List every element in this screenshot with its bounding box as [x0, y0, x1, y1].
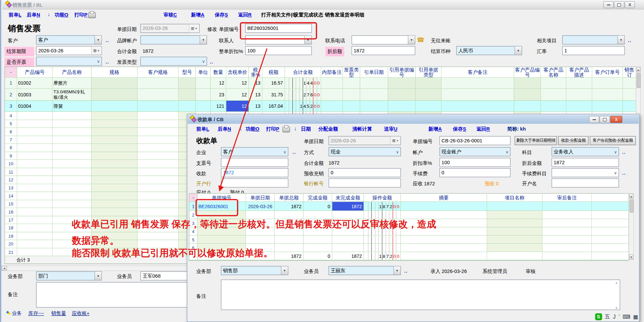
customer-prereceive-allocate-button[interactable]: 客户当前预收-分配金额 — [590, 136, 636, 145]
printer-icon[interactable] — [282, 127, 290, 132]
receipt-doc-date-input[interactable]: 2026-03-26▦▼ — [329, 136, 401, 145]
memo-scroll-up-icon[interactable]: ∧ — [615, 281, 618, 285]
digit-cell — [371, 244, 375, 251]
toolbar-item[interactable]: 打印P — [266, 126, 279, 133]
toolbar-item[interactable]: 分配金额 — [318, 126, 338, 133]
grid-cell: 1872 — [332, 202, 364, 211]
toolbar-item[interactable]: 日期 — [301, 126, 311, 133]
receipt-dept-select[interactable]: 销售部▼ — [221, 266, 288, 275]
fee-subject-select[interactable]: ∨ — [551, 168, 619, 177]
method-select[interactable]: 现金∨ — [329, 147, 401, 156]
grid-cell — [592, 202, 629, 211]
digit-cell — [365, 236, 368, 243]
receipt-note-textarea[interactable] — [221, 280, 620, 310]
grid-cell — [332, 236, 364, 244]
memo-scroll-down-icon[interactable]: ∨ — [615, 306, 618, 310]
grid-cell — [592, 244, 629, 252]
receipt-doc-no-input[interactable]: CB-26-03-26-0001 — [439, 136, 511, 145]
digit-cell — [396, 211, 400, 219]
scroll-up-icon[interactable]: ▲ — [629, 194, 633, 199]
receipt-allocate-button[interactable]: 收款-分配金额 — [558, 136, 589, 145]
tray-icon[interactable]: ’ — [619, 314, 620, 320]
tray-icon[interactable]: J — [613, 314, 616, 320]
check-no-input[interactable] — [221, 158, 288, 167]
chevron-down-icon[interactable]: ▼ — [393, 266, 400, 274]
company-label: 企业 — [196, 149, 206, 156]
after-discount-amt-input[interactable]: 1872 — [551, 158, 619, 167]
account-name-input[interactable] — [551, 178, 619, 187]
bank-account-input[interactable] — [329, 178, 401, 187]
tray-icon[interactable]: 五 — [605, 313, 610, 320]
account-label: 帐户 — [413, 149, 423, 156]
chevron-down-icon[interactable]: ∨ — [504, 149, 510, 154]
grid-cell — [592, 236, 629, 244]
tray-icon[interactable]: ⌨ — [623, 314, 630, 320]
entry-user: 系统管理员 — [483, 268, 507, 275]
calendar-icon[interactable]: ▦▼ — [390, 137, 400, 145]
alias-label: 简称: kh — [507, 126, 526, 133]
table-row[interactable]: 5 — [189, 236, 628, 244]
fee-input[interactable]: 0 — [439, 168, 511, 177]
table-row[interactable]: 1BE2603260012026-03-26187201872187200 — [189, 202, 628, 211]
chevron-down-icon[interactable]: ∨ — [282, 149, 288, 154]
advance-input[interactable]: 0 — [329, 168, 401, 177]
company-select[interactable]: 客户∨ — [221, 147, 288, 156]
bank-branch-label: 开户行 — [196, 181, 211, 188]
chevron-down-icon[interactable]: ∨ — [394, 149, 400, 154]
sogou-icon[interactable]: S — [595, 313, 602, 320]
toolbar-item[interactable]: 功能O — [246, 126, 259, 133]
receipt-amount-input[interactable]: 1872 — [221, 168, 288, 177]
annotation-box-ref-doc — [196, 199, 238, 216]
audit-label: 审核 — [526, 268, 535, 275]
amount-digit-grid — [365, 236, 399, 243]
bank-branch-input[interactable] — [221, 178, 288, 187]
annotation-line-3: 能否限制 收款单已引用就不可以修改原始单据。 — [72, 247, 273, 260]
toolbar-item[interactable]: 前单L — [196, 126, 209, 133]
grid-header-cell: 摘要 — [401, 194, 487, 202]
grid-cell — [543, 244, 592, 252]
toolbar-item[interactable]: 送审U — [384, 126, 397, 133]
vscroll-thumb[interactable] — [630, 199, 634, 213]
digit-cell — [371, 202, 375, 211]
receipt-grid-vscrollbar[interactable]: ▲ ▼ — [629, 193, 634, 260]
input-method-tray: S五J’⌨▦ — [595, 313, 638, 320]
discount-rate-input[interactable]: 100 — [439, 158, 511, 167]
grid-header-cell: 完成金额 — [304, 194, 332, 202]
chevron-down-icon[interactable]: ∨ — [612, 149, 619, 154]
receipt-salesman-select[interactable]: 王丽东▼ — [329, 266, 401, 275]
annotation-line-1: 收款单已引用 销售发票 保存，等待进一步核对。但是销售发票还可以反审核修改，造成 — [72, 218, 436, 231]
subject-label: 科目 — [522, 149, 532, 156]
scroll-down-icon[interactable]: ▼ — [629, 255, 633, 260]
toolbar-item[interactable]: 返回R — [476, 126, 490, 133]
bank-account-label: 银行帐号 — [304, 181, 324, 188]
fee-subject-lookup-button[interactable]: .. — [622, 170, 626, 176]
digit-cell: 7 — [385, 202, 389, 211]
annotation-box-doc-no — [240, 22, 317, 39]
func-down-icon[interactable]: ↓ — [239, 125, 242, 131]
toolbar-item[interactable]: 新增A — [428, 126, 442, 133]
chevron-down-icon[interactable]: ▼ — [281, 266, 288, 274]
grid-cell: 1872 — [332, 252, 364, 260]
toolbar-item[interactable]: 后单N — [218, 126, 231, 133]
date-down-icon[interactable]: ↓ — [294, 125, 297, 131]
tray-icon[interactable]: ▦ — [633, 314, 638, 320]
toolbar-item[interactable]: 保存S — [453, 126, 466, 133]
grid-cell — [487, 219, 542, 227]
chevron-down-icon[interactable]: ∨ — [612, 171, 619, 175]
grid-cell: 2026-03-26 — [246, 202, 275, 211]
digit-cell — [371, 211, 375, 219]
account-select[interactable]: 现金账户∨ — [439, 147, 511, 156]
company-lookup-button[interactable]: .. — [292, 149, 296, 155]
grid-header-cell: 项目名称 — [487, 194, 542, 202]
delete-later-details-button[interactable]: 删除大于单据日期明细 — [515, 136, 557, 145]
toolbar-item[interactable]: 清帐计算 — [353, 126, 372, 133]
salesman-lookup-button[interactable]: .. — [404, 268, 408, 274]
subject-lookup-button[interactable]: .. — [622, 149, 626, 155]
subject-select[interactable]: 业务收入∨ — [551, 147, 619, 156]
digit-cell: 8 — [382, 202, 386, 211]
grid-cell — [592, 211, 629, 219]
digit-cell — [382, 211, 386, 219]
digit-cell: 1 — [378, 202, 382, 211]
digit-cell — [365, 211, 368, 219]
digit-cell: 8 — [382, 252, 386, 260]
